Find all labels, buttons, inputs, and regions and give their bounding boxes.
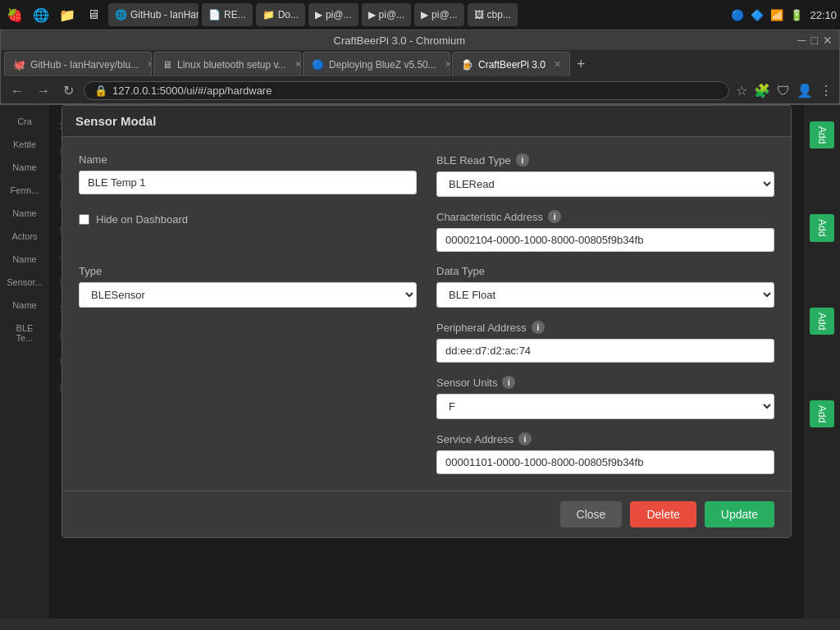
service-address-input[interactable] (436, 450, 774, 474)
taskbar-app-re[interactable]: 📄 RE... (202, 3, 253, 26)
service-address-info-icon[interactable]: i (518, 432, 532, 445)
shield-icon[interactable]: 🛡 (777, 84, 790, 98)
add-button-2[interactable]: Add (810, 214, 834, 241)
tab-bluez[interactable]: 🔵 Deploying BlueZ v5.50... ✕ (303, 52, 450, 76)
terminal-icon-2: ▶ (368, 9, 376, 21)
name-input[interactable] (79, 171, 417, 194)
ble-read-type-label: BLE Read Type i (436, 153, 774, 167)
add-button-4[interactable]: Add (810, 400, 834, 427)
hide-dashboard-checkbox[interactable] (79, 214, 89, 225)
tab-github[interactable]: 🐙 GitHub - IanHarvey/blu... ✕ (4, 52, 152, 76)
new-tab-button[interactable]: + (572, 56, 591, 73)
sidebar-item-actors[interactable]: Actors (3, 226, 46, 246)
maximize-button[interactable]: □ (811, 34, 818, 47)
tab-linux-favicon: 🖥 (162, 59, 172, 71)
modal-body: Name BLE Read Type i BLERead BLENotify (62, 137, 791, 491)
address-bar-actions: ☆ 🧩 🛡 👤 ⋮ (736, 83, 833, 98)
tab-github-close[interactable]: ✕ (147, 59, 152, 70)
data-type-select[interactable]: BLE Float BLE Int (436, 282, 774, 308)
sensor-units-select[interactable]: F C (436, 394, 774, 419)
sidebar-item-cra[interactable]: Cra (3, 112, 46, 131)
add-button-1[interactable]: Add (810, 121, 834, 148)
browser-title-bar: CraftBeerPi 3.0 - Chromium ─ □ ✕ (1, 30, 839, 50)
tab-cbp-close[interactable]: ✕ (554, 59, 561, 70)
spacer-left-2 (79, 376, 417, 419)
folder-icon: 📁 (262, 9, 275, 21)
reload-button[interactable]: ↻ (60, 81, 77, 100)
taskbar-app-cbp[interactable]: 🖼 cbp... (468, 3, 518, 26)
name-group: Name (79, 153, 417, 197)
bookmark-icon[interactable]: ☆ (736, 83, 747, 98)
characteristic-address-input[interactable] (436, 228, 774, 252)
sidebar-item-name1[interactable]: Name (3, 158, 46, 177)
close-button[interactable]: Close (560, 501, 623, 527)
tab-bluez-close[interactable]: ✕ (445, 59, 450, 70)
peripheral-address-input[interactable] (436, 339, 774, 363)
add-button-3[interactable]: Add (810, 308, 834, 335)
files-icon[interactable]: 📁 (56, 3, 79, 26)
peripheral-address-label: Peripheral Address i (436, 321, 774, 334)
window-controls: ─ □ ✕ (798, 34, 833, 47)
taskbar-app-pi3[interactable]: ▶ pi@... (414, 3, 464, 26)
modal-footer: Close Delete Update (62, 491, 791, 537)
characteristic-address-group: Characteristic Address i (436, 210, 774, 252)
sensor-units-label: Sensor Units i (436, 376, 774, 389)
sidebar-item-name3[interactable]: Name (3, 249, 46, 269)
bluetooth-icon: 🔵 (731, 9, 744, 21)
minimize-button[interactable]: ─ (798, 34, 806, 47)
ble-read-type-info-icon[interactable]: i (516, 153, 529, 167)
spacer-left-3 (79, 432, 417, 474)
extensions-icon[interactable]: 🧩 (754, 83, 770, 98)
lock-icon: 🔒 (94, 84, 107, 97)
delete-button[interactable]: Delete (630, 501, 696, 527)
taskbar-app-do[interactable]: 📁 Do... (256, 3, 305, 26)
tabs-bar: 🐙 GitHub - IanHarvey/blu... ✕ 🖥 Linux bl… (1, 50, 839, 78)
taskbar-app-pi1[interactable]: ▶ pi@... (308, 3, 358, 26)
taskbar-app-chromium[interactable]: 🌐 GitHub - IanHarvey/blu... (108, 3, 199, 26)
url-box[interactable]: 🔒 127.0.0.1:5000/ui/#/app/hardware (84, 81, 729, 100)
sensor-units-group: Sensor Units i F C (436, 376, 774, 419)
tab-cbp-favicon: 🍺 (461, 59, 473, 71)
forward-button[interactable]: → (34, 82, 53, 100)
sidebar-item-sensors[interactable]: Sensor... (3, 272, 46, 292)
taskbar: 🍓 🌐 📁 🖥 🌐 GitHub - IanHarvey/blu... 📄 RE… (0, 0, 840, 30)
type-group: Type BLESensor CustomSensor (79, 265, 417, 308)
spacer-left (79, 321, 417, 363)
start-icon[interactable]: 🍓 (3, 3, 26, 26)
sidebar-item-name4[interactable]: Name (3, 295, 46, 315)
name-label: Name (79, 153, 417, 166)
image-icon: 🖼 (474, 9, 484, 21)
data-type-group: Data Type BLE Float BLE Int (436, 265, 774, 308)
menu-icon[interactable]: ⋮ (819, 83, 833, 98)
back-button[interactable]: ← (7, 82, 27, 100)
wifi-icon: 📶 (770, 9, 783, 21)
sensor-units-info-icon[interactable]: i (502, 376, 515, 389)
tab-github-favicon: 🐙 (13, 59, 25, 71)
taskbar-right: 🔵 🔷 📶 🔋 22:10 (731, 9, 837, 21)
peripheral-address-group: Peripheral Address i (436, 321, 774, 363)
ble-read-type-select[interactable]: BLERead BLENotify (436, 171, 774, 197)
type-select[interactable]: BLESensor CustomSensor (79, 282, 417, 308)
taskbar-app-pi2[interactable]: ▶ pi@... (362, 3, 412, 26)
sidebar-item-name2[interactable]: Name (3, 203, 46, 223)
modal-title: Sensor Modal (62, 106, 791, 137)
data-type-label: Data Type (436, 265, 774, 277)
close-window-button[interactable]: ✕ (823, 34, 833, 47)
tab-bluez-favicon: 🔵 (312, 59, 324, 71)
sidebar-item-ferm[interactable]: Ferm... (3, 180, 46, 200)
tab-linux-close[interactable]: ✕ (294, 59, 301, 70)
profile-icon[interactable]: 👤 (797, 83, 813, 98)
sidebar: Cra Kettle Name Ferm... Name Actors Name… (0, 105, 49, 619)
sidebar-item-bletemp[interactable]: BLE Te... (3, 318, 46, 348)
globe-icon[interactable]: 🌐 (30, 3, 52, 26)
terminal-icon[interactable]: 🖥 (82, 3, 105, 26)
update-button[interactable]: Update (705, 501, 774, 527)
tab-craftbeerpi[interactable]: 🍺 CraftBeerPi 3.0 ✕ (452, 52, 570, 76)
peripheral-address-info-icon[interactable]: i (532, 321, 545, 334)
characteristic-address-info-icon[interactable]: i (548, 210, 561, 223)
main-content: Sensor Modal Kettle Name Ferm 1 Name Act… (49, 105, 804, 619)
tab-linux-bt[interactable]: 🖥 Linux bluetooth setup v... ✕ (153, 52, 301, 76)
terminal-icon-1: ▶ (315, 9, 322, 21)
service-address-group: Service Address i (436, 432, 774, 474)
sidebar-item-kettle[interactable]: Kettle (3, 135, 46, 154)
